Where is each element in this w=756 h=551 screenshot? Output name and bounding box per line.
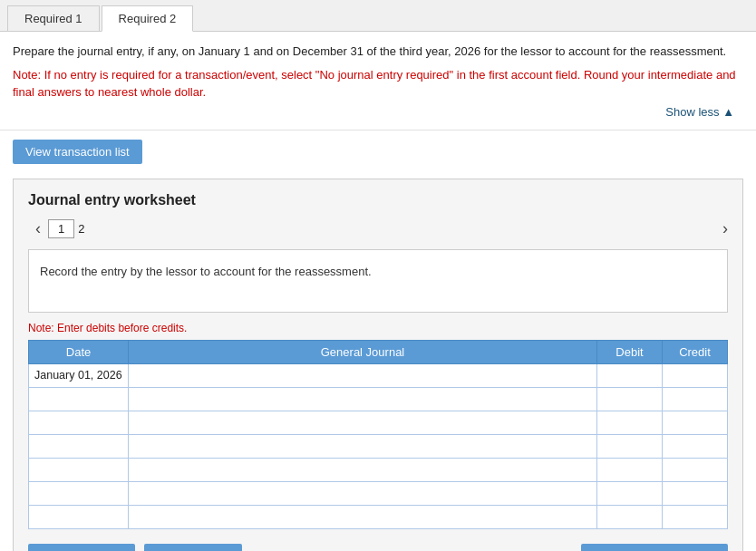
credit-input[interactable] (668, 488, 722, 500)
current-page-box: 1 (48, 219, 74, 238)
tab-required-1[interactable]: Required 1 (7, 5, 100, 31)
view-transaction-button[interactable]: View transaction list (13, 140, 142, 164)
record-entry-button[interactable]: Record entry (28, 544, 135, 552)
journal-cell[interactable] (129, 481, 597, 505)
page-2-label: 2 (78, 222, 84, 236)
journal-input[interactable] (134, 370, 591, 382)
credit-cell[interactable] (663, 411, 728, 434)
journal-cell[interactable] (129, 411, 597, 434)
description-text: Record the entry by the lessor to accoun… (40, 265, 372, 278)
table-row (29, 434, 728, 458)
debit-input[interactable] (603, 511, 656, 524)
credit-cell[interactable] (663, 481, 728, 505)
credit-input[interactable] (668, 417, 722, 430)
journal-table: Date General Journal Debit Credit Januar… (28, 340, 728, 529)
entry-description: Record the entry by the lessor to accoun… (28, 249, 728, 313)
table-row (29, 505, 728, 528)
next-page-arrow[interactable]: › (722, 219, 728, 238)
debit-input[interactable] (603, 464, 656, 477)
note-debits: Note: Enter debits before credits. (28, 322, 728, 334)
date-cell (29, 458, 129, 481)
debit-cell[interactable] (597, 387, 663, 411)
instruction-text: Prepare the journal entry, if any, on Ja… (13, 43, 743, 61)
credit-input[interactable] (668, 511, 722, 524)
journal-input[interactable] (134, 393, 591, 406)
credit-input[interactable] (668, 370, 722, 382)
credit-cell[interactable] (663, 363, 728, 387)
journal-input[interactable] (134, 417, 591, 430)
credit-cell[interactable] (663, 387, 728, 411)
debit-input[interactable] (603, 440, 656, 453)
col-header-debit: Debit (597, 340, 663, 363)
view-general-journal-button[interactable]: View general journal (581, 544, 728, 552)
date-cell (29, 411, 129, 434)
journal-input[interactable] (134, 440, 591, 453)
debit-input[interactable] (603, 488, 656, 500)
buttons-row: Record entry Clear entry View general jo… (28, 544, 728, 552)
credit-input[interactable] (668, 393, 722, 406)
journal-cell[interactable] (129, 363, 597, 387)
instruction-note: Note: If no entry is required for a tran… (13, 66, 743, 102)
date-cell (29, 434, 129, 458)
journal-cell[interactable] (129, 505, 597, 528)
journal-input[interactable] (134, 464, 591, 477)
debit-input[interactable] (603, 370, 656, 382)
table-row (29, 411, 728, 434)
journal-cell[interactable] (129, 458, 597, 481)
table-row: January 01, 2026 (29, 363, 728, 387)
instruction-area: Prepare the journal entry, if any, on Ja… (0, 32, 756, 130)
debit-cell[interactable] (597, 458, 663, 481)
credit-input[interactable] (668, 464, 722, 477)
credit-cell[interactable] (663, 505, 728, 528)
clear-entry-button[interactable]: Clear entry (144, 544, 242, 552)
tabs-bar: Required 1 Required 2 (0, 0, 756, 32)
col-header-credit: Credit (663, 340, 728, 363)
debit-cell[interactable] (597, 363, 663, 387)
date-cell (29, 387, 129, 411)
show-less: Show less ▲ (13, 105, 743, 124)
credit-cell[interactable] (663, 458, 728, 481)
journal-input[interactable] (134, 488, 591, 500)
worksheet-card: Journal entry worksheet ‹ 1 2 › Record t… (13, 179, 743, 552)
table-row (29, 387, 728, 411)
date-cell (29, 481, 129, 505)
tab-required-2[interactable]: Required 2 (102, 5, 194, 32)
debit-cell[interactable] (597, 505, 663, 528)
debit-cell[interactable] (597, 481, 663, 505)
date-cell: January 01, 2026 (29, 363, 129, 387)
show-less-label[interactable]: Show less ▲ (665, 105, 734, 119)
debit-cell[interactable] (597, 434, 663, 458)
journal-cell[interactable] (129, 387, 597, 411)
prev-page-arrow[interactable]: ‹ (28, 219, 48, 238)
debit-input[interactable] (603, 417, 656, 430)
table-row (29, 458, 728, 481)
journal-cell[interactable] (129, 434, 597, 458)
debit-input[interactable] (603, 393, 656, 406)
col-header-journal: General Journal (129, 340, 597, 363)
worksheet-title: Journal entry worksheet (28, 192, 728, 208)
date-cell (29, 505, 129, 528)
col-header-date: Date (29, 340, 129, 363)
nav-row: ‹ 1 2 › (28, 219, 728, 238)
credit-cell[interactable] (663, 434, 728, 458)
debit-cell[interactable] (597, 411, 663, 434)
credit-input[interactable] (668, 440, 722, 453)
table-row (29, 481, 728, 505)
journal-input[interactable] (134, 511, 591, 524)
